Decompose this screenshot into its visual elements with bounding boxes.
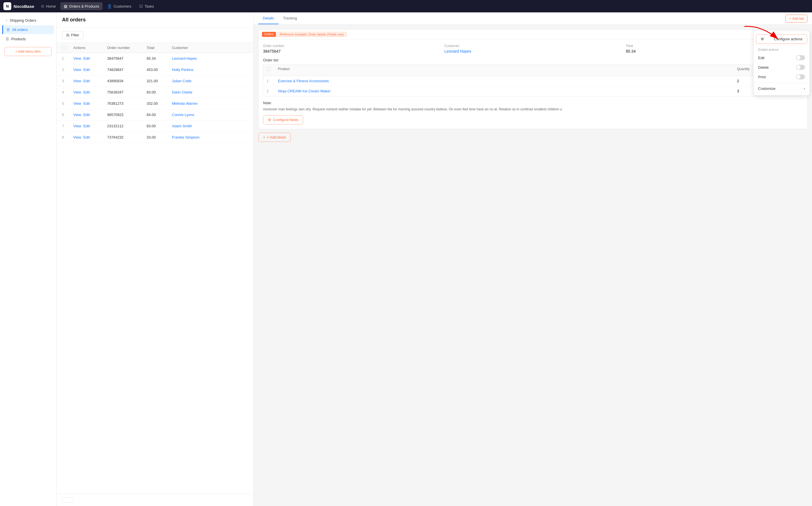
sub-col-product: Product (278, 67, 737, 74)
order-number-cell: 98570923 (107, 113, 147, 117)
add-record-button[interactable] (62, 498, 74, 503)
note-label: Note: (263, 101, 803, 105)
edit-action-label: Edit (758, 56, 764, 60)
total-cell: 321.00 (147, 79, 172, 83)
customer-cell[interactable]: Connie Lyons (172, 113, 217, 117)
sub-row-number: 1 (267, 79, 278, 83)
chevron-right-icon: › (804, 86, 805, 91)
customer-cell[interactable]: Holly Perkins (172, 68, 217, 72)
dropdown-divider (754, 45, 809, 45)
add-block-button[interactable]: + + Add block (258, 133, 291, 142)
edit-link[interactable]: Edit (83, 101, 90, 106)
tasks-icon: ☑ (139, 4, 143, 8)
order-number-cell: 74829847 (107, 68, 147, 72)
order-number-cell: 75638347 (107, 90, 147, 94)
add-menu-item-button[interactable]: + Add menu item (4, 47, 52, 56)
dropdown-item-delete[interactable]: Delete (754, 63, 809, 72)
table-row: 8 View Edit 73764232 33.00 Frankie Simps… (56, 132, 254, 143)
sidebar-item-shipping[interactable]: ↑ Shipping Orders (2, 16, 54, 25)
order-list-table: Product Quantity ⚙ Co... 1 (263, 65, 803, 96)
edit-link[interactable]: Edit (83, 79, 90, 83)
configure-fields-button[interactable]: ⚙ Configure fields (263, 115, 303, 124)
row-actions: View Edit (73, 113, 107, 117)
delete-toggle[interactable] (796, 65, 805, 70)
view-link[interactable]: View (73, 68, 81, 72)
filter-button[interactable]: ⊟ Filter (62, 31, 83, 39)
customer-cell[interactable]: Adam Smith (172, 124, 217, 128)
tab-tracking[interactable]: Tracking (279, 13, 301, 24)
edit-link[interactable]: Edit (83, 68, 90, 72)
filter-label: Filter (71, 33, 79, 37)
edit-link[interactable]: Edit (83, 124, 90, 128)
select-all-checkbox[interactable] (62, 46, 66, 50)
customer-cell[interactable]: Darin Clarke (172, 90, 217, 94)
print-toggle[interactable] (796, 74, 805, 79)
bottom-bar (56, 494, 254, 506)
total-cell: 83.00 (147, 90, 172, 94)
panel-title: All orders (56, 12, 254, 27)
nav-tasks[interactable]: ☑ Tasks (136, 2, 157, 10)
row-number: 3 (62, 79, 73, 83)
delete-action-label: Delete (758, 65, 769, 70)
row-number: 6 (62, 113, 73, 117)
edit-link[interactable]: Edit (83, 135, 90, 139)
table-row: 1 View Edit 38475647 85.34 Leonard Hayes (56, 53, 254, 64)
customer-cell[interactable]: Melinda Warren (172, 101, 217, 106)
sub-select-all[interactable] (267, 67, 271, 71)
order-number-cell: 73764232 (107, 135, 147, 139)
product-cell[interactable]: Ninja CREAMi Ice Cream Maker (278, 89, 737, 93)
add-block-label: + Add block (267, 135, 286, 139)
table-header: Actions Order number Total Customer (56, 43, 254, 53)
view-link[interactable]: View (73, 56, 81, 61)
configure-fields-gear-icon: ⚙ (268, 118, 271, 122)
sub-col-checkbox (267, 67, 278, 74)
dropdown-divider-2 (754, 83, 809, 83)
row-number: 8 (62, 136, 73, 139)
nav-customers[interactable]: 👤 Customers (104, 2, 135, 10)
main-layout: ↑ Shipping Orders ☰ All orders ☰ Product… (0, 12, 812, 506)
view-link[interactable]: View (73, 124, 81, 128)
order-detail-card: Orders Reference template: Order details… (258, 29, 808, 129)
nav-orders-products[interactable]: ▦ Orders & Products (60, 2, 103, 10)
orders-table: Actions Order number Total Customer 1 Vi… (56, 43, 254, 494)
sidebar-item-products[interactable]: ☰ Products (2, 34, 54, 44)
add-tab-label: Add tab (792, 17, 804, 20)
view-link[interactable]: View (73, 135, 81, 139)
edit-link[interactable]: Edit (83, 113, 90, 117)
edit-toggle[interactable] (796, 55, 805, 60)
customer-cell[interactable]: Julian Cobb (172, 79, 217, 83)
row-number: 2 (62, 68, 73, 72)
dropdown-item-edit[interactable]: Edit (754, 53, 809, 63)
orders-panel: All orders ⊟ Filter Actions Order number… (56, 12, 254, 506)
app-logo: N NocoBase (3, 2, 34, 10)
view-link[interactable]: View (73, 113, 81, 117)
total-cell: 84.00 (147, 113, 172, 117)
row-actions: View Edit (73, 68, 107, 72)
customer-cell[interactable]: Leonard Hayes (172, 56, 217, 61)
configure-actions-trigger[interactable]: ⚙ Configure actions (756, 34, 807, 44)
order-number-value: 38475647 (263, 49, 440, 54)
add-tab-plus-icon: + (789, 17, 791, 20)
customer-field-value[interactable]: Leonard Hayes (444, 49, 621, 54)
nav-home[interactable]: ⊙ Home (38, 2, 59, 10)
tab-tracking-label: Tracking (283, 16, 297, 20)
detail-header: Details Tracking + Add tab (254, 12, 812, 25)
edit-link[interactable]: Edit (83, 90, 90, 94)
view-link[interactable]: View (73, 79, 81, 83)
row-actions: View Edit (73, 90, 107, 94)
col-checkbox (62, 46, 73, 50)
dropdown-item-print[interactable]: Print (754, 72, 809, 82)
sidebar-item-all-orders[interactable]: ☰ All orders (2, 25, 54, 34)
product-cell[interactable]: Exercise & Fitness Accessories (278, 79, 737, 83)
edit-link[interactable]: Edit (83, 56, 90, 61)
tab-details[interactable]: Details (258, 13, 279, 24)
row-actions: View Edit (73, 101, 107, 106)
table-row: 2 View Edit 74829847 453.00 Holly Perkin… (56, 64, 254, 75)
row-number: 4 (62, 90, 73, 94)
dropdown-item-customize[interactable]: Customize › (754, 84, 809, 93)
add-tab-button[interactable]: + Add tab (786, 15, 808, 22)
view-link[interactable]: View (73, 90, 81, 94)
customer-cell[interactable]: Frankie Simpson (172, 135, 217, 139)
view-link[interactable]: View (73, 101, 81, 106)
customize-label: Customize (758, 86, 775, 91)
